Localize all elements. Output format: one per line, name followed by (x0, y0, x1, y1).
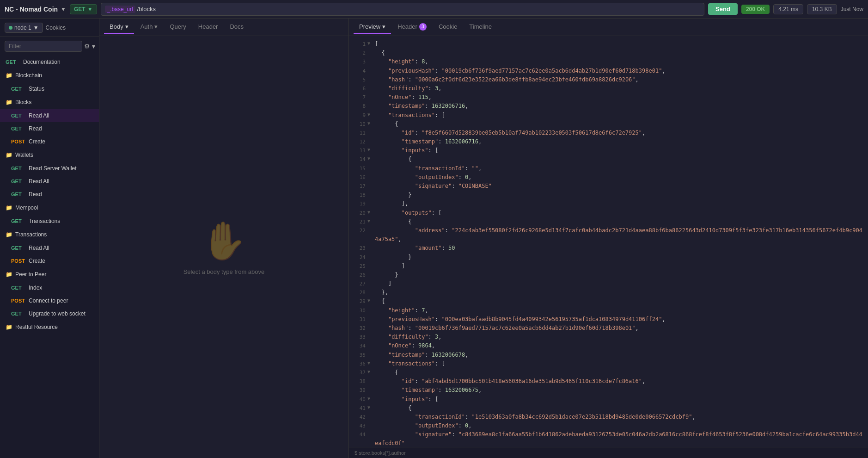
line-number: 31 (353, 315, 366, 324)
fold-button (367, 191, 373, 198)
nav-section-mempool[interactable]: 📁 Mempool (0, 201, 99, 215)
line-number: 10 (353, 120, 366, 129)
line-number: 2 (353, 49, 366, 57)
line-number: 26 (353, 271, 366, 279)
nav-section-blocks[interactable]: 📁 Blocks (0, 95, 99, 109)
line-number: 39 (353, 386, 366, 395)
nav-item-blocks-read[interactable]: GET Read (0, 122, 99, 135)
line-number: 22 (353, 226, 366, 235)
nav-item-tx-create[interactable]: POST Create (0, 254, 99, 267)
tab-body[interactable]: Body ▾ (104, 20, 134, 34)
nav-item-wallets-read[interactable]: GET Read (0, 188, 99, 201)
tab-preview[interactable]: Preview ▾ (354, 20, 391, 34)
nav-item-wallets-read-server[interactable]: GET Read Server Wallet (0, 162, 99, 175)
tab-cookie[interactable]: Cookie (433, 20, 463, 34)
json-content: ] (375, 279, 864, 288)
json-content: "difficulty": 3, (375, 84, 864, 93)
fold-button (367, 102, 373, 109)
json-line: 7 "nOnce": 115, (349, 93, 868, 102)
fold-button[interactable]: ▼ (367, 359, 373, 367)
nav-item-documentation[interactable]: GET Documentation (0, 56, 99, 68)
tab-header[interactable]: Header (193, 20, 224, 34)
json-line: 44 "signature": "c843689ea8c1fa66aa55bf1… (349, 430, 868, 447)
method-chevron: ▼ (87, 6, 93, 12)
fold-button[interactable]: ▼ (367, 217, 373, 225)
folder-icon: 📁 (6, 99, 12, 105)
line-number: 25 (353, 262, 366, 271)
fold-button (367, 57, 373, 65)
fold-button[interactable]: ▼ (367, 146, 373, 154)
json-content: "outputIndex": 0, (375, 421, 864, 430)
json-line: 14▼ { (349, 155, 868, 164)
tab-auth[interactable]: Auth ▾ (135, 20, 164, 34)
fold-button (367, 164, 373, 172)
json-viewer[interactable]: 1▼[2 {3 "height": 8,4 "previousHash": "0… (349, 36, 868, 447)
nav-item-status[interactable]: GET Status (0, 82, 99, 95)
filter-input[interactable] (5, 41, 82, 52)
method-selector[interactable]: GET ▼ (70, 4, 97, 14)
node-status-dot (9, 26, 12, 30)
fold-button (367, 93, 373, 100)
json-content: "height": 7, (375, 306, 864, 315)
app-title-dropdown[interactable]: ▼ (61, 6, 66, 12)
send-button[interactable]: Send (708, 3, 738, 15)
line-number: 21 (353, 217, 366, 226)
nav-item-p2p-connect[interactable]: POST Connect to peer (0, 294, 99, 307)
nav-item-blocks-create[interactable]: POST Create (0, 135, 99, 148)
fold-button[interactable]: ▼ (367, 404, 373, 411)
json-content: "signature": "c843689ea8c1fa66aa55bf1b64… (375, 430, 864, 447)
json-line: 33 "difficulty": 3, (349, 333, 868, 341)
fold-button (367, 226, 373, 234)
fold-button[interactable]: ▼ (367, 120, 373, 127)
filter-settings-button[interactable]: ⚙ (84, 43, 90, 50)
json-content: ] (375, 262, 864, 271)
line-number: 35 (353, 351, 366, 359)
json-line: 6 "difficulty": 3, (349, 84, 868, 93)
url-bar: _.base_url /blocks (101, 3, 705, 16)
fold-button (367, 333, 373, 340)
line-number: 18 (353, 191, 366, 199)
fold-button[interactable]: ▼ (367, 155, 373, 162)
nav-section-restful[interactable]: 📁 Restful Resource (0, 320, 99, 334)
json-content: { (375, 368, 864, 377)
node-selector[interactable]: node 1 ▼ (5, 23, 43, 33)
json-line: 21▼ { (349, 217, 868, 226)
line-number: 34 (353, 341, 366, 350)
fold-button[interactable]: ▼ (367, 111, 373, 118)
fold-button[interactable]: ▼ (367, 209, 373, 216)
nav-section-transactions[interactable]: 📁 Transactions (0, 228, 99, 241)
cookies-button[interactable]: Cookies (46, 25, 66, 31)
nav-section-p2p[interactable]: 📁 Peer to Peer (0, 267, 99, 281)
nav-item-tx-read-all[interactable]: GET Read All (0, 241, 99, 254)
json-line: 9▼ "transactions": [ (349, 111, 868, 120)
nav-item-blocks-read-all[interactable]: GET Read All (0, 109, 99, 122)
nav-section-blockchain[interactable]: 📁 Blockchain (0, 68, 99, 82)
nav-section-wallets[interactable]: 📁 Wallets (0, 148, 99, 162)
nav-item-wallets-read-all[interactable]: GET Read All (0, 175, 99, 188)
fold-button[interactable]: ▼ (367, 297, 373, 304)
fold-button (367, 421, 373, 429)
json-content: ], (375, 199, 864, 208)
fold-button[interactable]: ▼ (367, 368, 373, 376)
method-post-label: POST (11, 298, 25, 303)
nav-item-p2p-websocket[interactable]: GET Upgrade to web socket (0, 307, 99, 320)
app-title-text: NC - Nomad Coin (5, 6, 58, 13)
tab-query[interactable]: Query (164, 20, 191, 34)
json-line: 42 "transactionId": "1e5103d63a0fa8b34cc… (349, 413, 868, 421)
fold-button (367, 306, 373, 314)
json-content: "nOnce": 9864, (375, 341, 864, 350)
nav-item-p2p-index[interactable]: GET Index (0, 281, 99, 294)
fold-button (367, 430, 373, 438)
tab-docs[interactable]: Docs (224, 20, 249, 34)
filter-more-button[interactable]: ▾ (92, 43, 95, 50)
node-chevron: ▼ (33, 25, 39, 31)
tab-header[interactable]: Header 3 (392, 20, 432, 34)
json-content: { (375, 49, 864, 57)
hand-icon: ✋ (201, 219, 247, 263)
json-line: 22 "address": "224c4ab3ef55080f2fd26c926… (349, 226, 868, 244)
json-line: 31 "previousHash": "000ea03bafaadb8b9045… (349, 315, 868, 324)
tab-timeline[interactable]: Timeline (464, 20, 497, 34)
nav-item-mempool-transactions[interactable]: GET Transactions (0, 215, 99, 228)
fold-button[interactable]: ▼ (367, 40, 373, 47)
fold-button[interactable]: ▼ (367, 395, 373, 402)
